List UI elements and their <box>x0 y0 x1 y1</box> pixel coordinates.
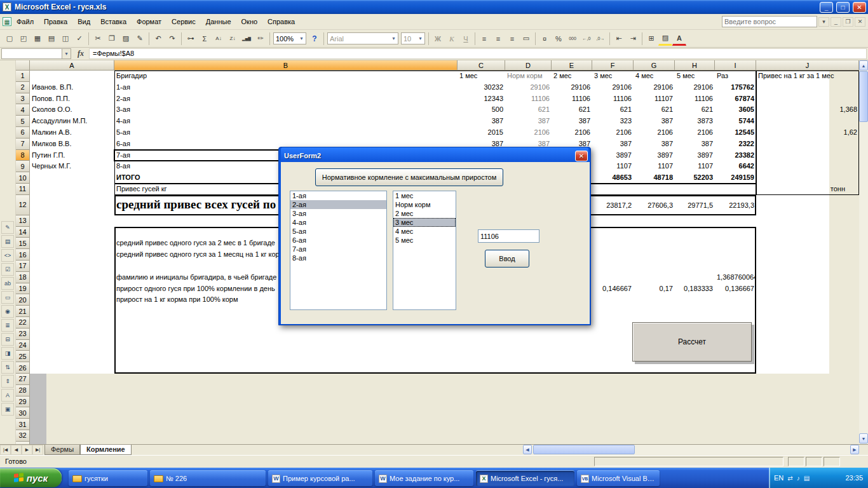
print-preview-icon[interactable]: ◫ <box>58 32 72 46</box>
brigade-listbox[interactable]: 1-ая2-ая3-ая4-ая5-ая6-ая7-ая8-ая <box>290 191 387 310</box>
scrollbar-icon[interactable]: ⇕ <box>1 375 14 388</box>
borders-icon[interactable]: ⊞ <box>644 32 658 46</box>
column-header-H[interactable]: H <box>675 60 715 71</box>
question-dropdown-icon[interactable]: ▾ <box>818 17 829 27</box>
column-header-E[interactable]: E <box>552 60 592 71</box>
cell-D2[interactable]: 29106 <box>505 82 552 93</box>
cell-F10[interactable]: 48653 <box>592 172 634 184</box>
maximize-button[interactable]: □ <box>836 2 850 13</box>
open-icon[interactable]: ◰ <box>17 32 31 46</box>
workbook-minimize-button[interactable]: _ <box>831 17 841 27</box>
taskbar-task-6[interactable]: VBMicrosoft Visual Basic ... <box>577 470 660 486</box>
row-header-14[interactable]: 14 <box>16 227 30 238</box>
sheet-tab-kormlenie[interactable]: Кормление <box>80 445 132 455</box>
cell-I12[interactable]: 22193,3 <box>715 195 756 215</box>
cell-H7[interactable]: 387 <box>675 139 715 150</box>
increase-decimal-icon[interactable]: ←,0 <box>580 32 593 46</box>
month-option[interactable]: 3 мес <box>393 218 456 227</box>
taskbar-task-1[interactable]: гусятки <box>69 470 147 486</box>
row-header-30[interactable]: 30 <box>16 407 30 419</box>
cell-F5[interactable]: 323 <box>592 116 634 127</box>
cell-C4[interactable]: 500 <box>458 104 505 116</box>
cell-I6[interactable]: 12545 <box>715 127 756 139</box>
row-header-5[interactable]: 5 <box>16 116 30 127</box>
row-header-16[interactable]: 16 <box>16 249 30 261</box>
cell-H1[interactable]: 5 мес <box>675 71 715 82</box>
label-icon[interactable]: A <box>1 389 14 402</box>
cell-G6[interactable]: 2106 <box>634 127 675 139</box>
brigade-option[interactable]: 6-ая <box>290 236 386 245</box>
cell-F4[interactable]: 621 <box>592 104 634 116</box>
cell-H12[interactable]: 29771,5 <box>675 195 715 215</box>
row-header-21[interactable]: 21 <box>16 306 30 317</box>
merge-center-icon[interactable]: ▭ <box>519 32 533 46</box>
cell-G5[interactable]: 387 <box>634 116 675 127</box>
help-icon[interactable]: ? <box>308 32 322 46</box>
brigade-option[interactable]: 1-ая <box>290 191 386 200</box>
new-document-icon[interactable]: ▢ <box>3 32 17 46</box>
cell-E2[interactable]: 29106 <box>552 82 592 93</box>
cell-B4[interactable]: 3-ая <box>114 104 458 116</box>
network-icon[interactable]: ⇄ <box>787 475 792 482</box>
cell-I1[interactable]: Раз <box>715 71 756 82</box>
cell-B6[interactable]: 5-ая <box>114 127 458 139</box>
column-header-A[interactable]: A <box>30 60 114 71</box>
cell-I3[interactable]: 67874 <box>715 93 756 105</box>
row-header-3[interactable]: 3 <box>16 93 30 105</box>
print-icon[interactable]: ▤ <box>44 32 58 46</box>
increase-indent-icon[interactable]: ⇥ <box>626 32 640 46</box>
paste-icon[interactable]: ▨ <box>119 32 133 46</box>
cell-A8[interactable]: Путин Г.П. <box>30 150 114 161</box>
norm-feeding-button[interactable]: Нормативное кормление с максимальным при… <box>315 168 503 186</box>
cell-A7[interactable]: Милков В.В. <box>30 139 114 150</box>
cell-G19[interactable]: 0,17 <box>634 283 675 295</box>
decrease-decimal-icon[interactable]: ,0→ <box>593 32 607 46</box>
cell-H6[interactable]: 2106 <box>675 127 715 139</box>
month-option[interactable]: Норм корм <box>393 200 456 209</box>
userform-close-icon[interactable]: ✕ <box>575 151 588 161</box>
cell-A2[interactable]: Иванов. В.П. <box>30 82 114 93</box>
first-sheet-icon[interactable]: |◀ <box>0 445 11 455</box>
properties-icon[interactable]: ▤ <box>1 235 14 248</box>
cell-G4[interactable]: 621 <box>634 104 675 116</box>
row-header-26[interactable]: 26 <box>16 362 30 374</box>
row-header-29[interactable]: 29 <box>16 396 30 408</box>
cell-F19[interactable]: 0,146667 <box>592 283 634 295</box>
column-header-D[interactable]: D <box>505 60 552 71</box>
cell-D4[interactable]: 621 <box>505 104 552 116</box>
fill-color-icon[interactable]: ▨ <box>658 32 672 46</box>
autosum-icon[interactable]: Σ <box>198 32 212 46</box>
cell-H19[interactable]: 0,183333 <box>675 283 715 295</box>
checkbox-icon[interactable]: ☑ <box>1 263 14 276</box>
cell-B2[interactable]: 1-ая <box>114 82 458 93</box>
decrease-indent-icon[interactable]: ⇤ <box>612 32 626 46</box>
listbox-icon[interactable]: ≣ <box>1 319 14 332</box>
column-header-I[interactable]: I <box>715 60 756 71</box>
spin-button-icon[interactable]: ⇅ <box>1 361 14 374</box>
calc-button[interactable]: Рассчет <box>632 322 752 362</box>
menu-insert[interactable]: Вставка <box>95 15 132 29</box>
formula-input[interactable]: =Фермы!$A8 <box>89 48 867 59</box>
cell-F2[interactable]: 29106 <box>592 82 634 93</box>
row-header-25[interactable]: 25 <box>16 351 30 362</box>
cell-I8[interactable]: 23382 <box>715 150 756 161</box>
row-header-24[interactable]: 24 <box>16 340 30 351</box>
menu-help[interactable]: Справка <box>262 15 300 29</box>
userform-title-bar[interactable]: UserForm2 ✕ <box>281 147 588 162</box>
month-option[interactable]: 4 мес <box>393 227 456 236</box>
cell-I19[interactable]: 0,136667 <box>715 283 756 295</box>
row-header-28[interactable]: 28 <box>16 385 30 396</box>
cell-E4[interactable]: 621 <box>552 104 592 116</box>
cell-G12[interactable]: 27606,3 <box>634 195 675 215</box>
workbook-close-button[interactable]: ✕ <box>855 17 865 27</box>
month-option[interactable]: 5 мес <box>393 236 456 245</box>
align-left-icon[interactable]: ≡ <box>477 32 491 46</box>
month-listbox[interactable]: 1 месНорм корм2 мес3 мес4 мес5 мес <box>393 191 456 310</box>
cell-F1[interactable]: 3 мес <box>592 71 634 82</box>
design-mode-icon[interactable]: ✎ <box>1 221 14 234</box>
sheet-tab-fermy[interactable]: Фермы <box>44 445 80 455</box>
cell-D3[interactable]: 11106 <box>505 93 552 105</box>
close-button[interactable]: ✕ <box>853 2 866 13</box>
cell-F6[interactable]: 2106 <box>592 127 634 139</box>
redo-icon[interactable]: ↷ <box>165 32 179 46</box>
